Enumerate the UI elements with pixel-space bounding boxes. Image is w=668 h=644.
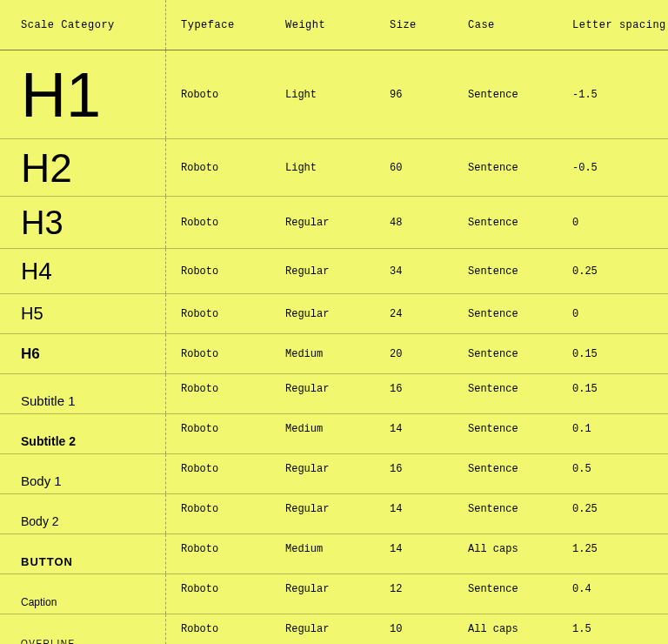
column-divider [165, 50, 166, 138]
column-divider [165, 454, 166, 493]
cell-typeface: Roboto [165, 348, 270, 360]
scale-sample-caption: Caption [0, 574, 165, 614]
col-header-letter-spacing: Letter spacing [557, 19, 668, 31]
cell-case: All caps [452, 614, 557, 635]
cell-case: All caps [452, 534, 557, 555]
cell-size: 12 [374, 574, 452, 595]
cell-weight: Regular [270, 614, 374, 635]
table-row: H4 Roboto Regular 34 Sentence 0.25 [0, 249, 668, 294]
cell-typeface: Roboto [165, 89, 270, 101]
cell-letter-spacing: 0.1 [557, 414, 668, 435]
cell-size: 34 [374, 265, 452, 278]
table-row: Body 2 Roboto Regular 14 Sentence 0.25 [0, 494, 668, 534]
cell-size: 10 [374, 614, 452, 635]
table-row: Caption Roboto Regular 12 Sentence 0.4 [0, 574, 668, 614]
cell-weight: Regular [270, 217, 374, 229]
table-row: OVERLINE Roboto Regular 10 All caps 1.5 [0, 614, 668, 644]
cell-size: 16 [374, 374, 452, 395]
cell-typeface: Roboto [165, 534, 270, 555]
column-divider [165, 414, 166, 453]
scale-sample-h3: H3 [0, 197, 165, 248]
cell-weight: Medium [270, 534, 374, 555]
column-divider [165, 0, 166, 50]
scale-sample-body2: Body 2 [0, 494, 165, 533]
scale-sample-h2: H2 [0, 139, 165, 196]
cell-case: Sentence [452, 162, 557, 174]
col-header-scale-category: Scale Category [0, 0, 165, 50]
cell-typeface: Roboto [165, 217, 270, 229]
cell-letter-spacing: 0.4 [557, 574, 668, 595]
table-row: Body 1 Roboto Regular 16 Sentence 0.5 [0, 454, 668, 494]
column-divider [165, 534, 166, 574]
column-divider [165, 494, 166, 533]
column-divider [165, 294, 166, 333]
scale-sample-h1: H1 [0, 50, 165, 138]
cell-size: 96 [374, 89, 452, 101]
cell-weight: Regular [270, 494, 374, 515]
column-divider [165, 614, 166, 644]
table-row: H1 Roboto Light 96 Sentence -1.5 [0, 50, 668, 139]
cell-case: Sentence [452, 374, 557, 395]
cell-case: Sentence [452, 217, 557, 229]
column-divider [165, 197, 166, 248]
scale-sample-overline: OVERLINE [0, 614, 165, 644]
table-row: H3 Roboto Regular 48 Sentence 0 [0, 197, 668, 249]
table-row: H2 Roboto Light 60 Sentence -0.5 [0, 139, 668, 197]
cell-weight: Regular [270, 265, 374, 278]
cell-case: Sentence [452, 414, 557, 435]
cell-typeface: Roboto [165, 162, 270, 174]
cell-case: Sentence [452, 308, 557, 320]
column-divider [165, 334, 166, 373]
cell-case: Sentence [452, 494, 557, 515]
column-divider [165, 574, 166, 614]
cell-size: 14 [374, 534, 452, 555]
cell-typeface: Roboto [165, 614, 270, 635]
column-divider [165, 249, 166, 293]
cell-letter-spacing: 0.15 [557, 348, 668, 360]
cell-typeface: Roboto [165, 414, 270, 435]
column-divider [165, 374, 166, 413]
scale-sample-button: BUTTON [0, 534, 165, 574]
cell-letter-spacing: -0.5 [557, 162, 668, 174]
cell-size: 14 [374, 414, 452, 435]
table-row: BUTTON Roboto Medium 14 All caps 1.25 [0, 534, 668, 574]
col-header-size: Size [374, 19, 452, 31]
cell-weight: Medium [270, 414, 374, 435]
table-row: H6 Roboto Medium 20 Sentence 0.15 [0, 334, 668, 374]
cell-size: 14 [374, 494, 452, 515]
cell-case: Sentence [452, 265, 557, 278]
cell-letter-spacing: -1.5 [557, 89, 668, 101]
cell-size: 20 [374, 348, 452, 360]
table-row: Subtitle 2 Roboto Medium 14 Sentence 0.1 [0, 414, 668, 454]
cell-weight: Light [270, 89, 374, 101]
scale-sample-body1: Body 1 [0, 454, 165, 493]
col-header-typeface: Typeface [165, 19, 270, 31]
cell-weight: Light [270, 162, 374, 174]
scale-sample-h6: H6 [0, 334, 165, 373]
cell-letter-spacing: 1.25 [557, 534, 668, 555]
scale-sample-subtitle2: Subtitle 2 [0, 414, 165, 453]
scale-sample-subtitle1: Subtitle 1 [0, 374, 165, 413]
cell-letter-spacing: 0.5 [557, 454, 668, 475]
cell-size: 24 [374, 308, 452, 320]
cell-case: Sentence [452, 574, 557, 595]
cell-weight: Regular [270, 574, 374, 595]
cell-letter-spacing: 0.25 [557, 494, 668, 515]
cell-typeface: Roboto [165, 308, 270, 320]
cell-typeface: Roboto [165, 374, 270, 395]
cell-case: Sentence [452, 454, 557, 475]
cell-typeface: Roboto [165, 454, 270, 475]
cell-letter-spacing: 1.5 [557, 614, 668, 635]
scale-sample-h5: H5 [0, 294, 165, 333]
cell-weight: Regular [270, 308, 374, 320]
cell-letter-spacing: 0.25 [557, 265, 668, 278]
cell-letter-spacing: 0 [557, 308, 668, 320]
cell-letter-spacing: 0.15 [557, 374, 668, 395]
col-header-weight: Weight [270, 19, 374, 31]
col-header-case: Case [452, 19, 557, 31]
table-header-row: Scale Category Typeface Weight Size Case… [0, 0, 668, 50]
cell-weight: Medium [270, 348, 374, 360]
cell-typeface: Roboto [165, 265, 270, 278]
cell-size: 48 [374, 217, 452, 229]
cell-case: Sentence [452, 348, 557, 360]
